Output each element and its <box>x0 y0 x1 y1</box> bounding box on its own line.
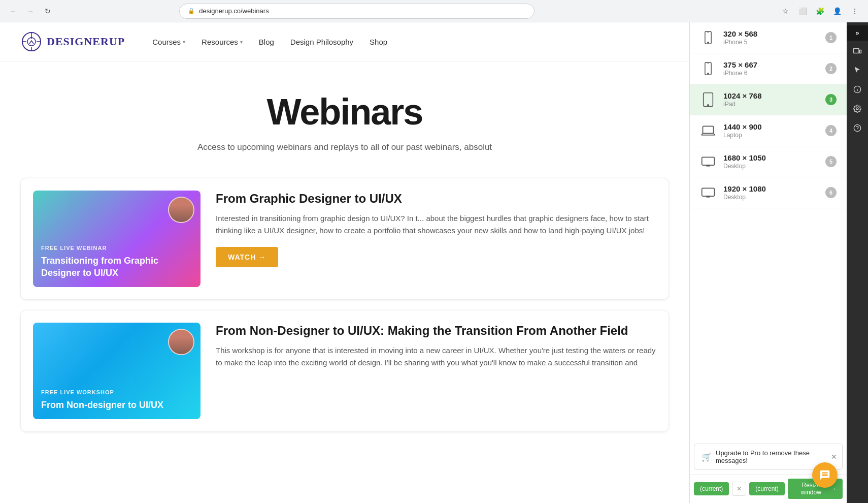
device-info-2: 1024 × 768iPad <box>723 91 818 108</box>
device-icon-1 <box>700 62 716 75</box>
device-item-ipad-2[interactable]: 1024 × 768iPad3 <box>690 84 847 115</box>
url-text: designerup.co/webinars <box>199 7 269 15</box>
device-name-4: Desktop <box>723 163 818 170</box>
device-info-3: 1440 × 900Laptop <box>723 122 818 139</box>
hero-subtitle: Access to upcoming webinars and replays … <box>167 142 522 152</box>
right-toolbar: » <box>847 22 868 503</box>
resize-current-button-1[interactable]: (current) <box>694 482 729 495</box>
device-size-3: 1440 × 900 <box>723 122 818 131</box>
device-badge-2: 3 <box>825 94 837 105</box>
device-icon-2 <box>700 92 716 107</box>
nav-design-philosophy[interactable]: Design Philosophy <box>283 34 360 50</box>
chat-bubble[interactable] <box>812 462 838 488</box>
star-button[interactable]: ☆ <box>779 4 793 18</box>
device-info-4: 1680 × 1050Desktop <box>723 153 818 170</box>
device-icon-0 <box>700 31 716 44</box>
device-item-iphone-5-0[interactable]: 320 × 568iPhone 51 <box>690 22 847 53</box>
info-toolbar-icon[interactable] <box>848 80 866 99</box>
device-icon-5 <box>700 187 716 198</box>
nav-courses[interactable]: Courses▾ <box>145 34 192 50</box>
page-wrapper: DESIGNERUP Courses▾ Resources▾ Blog Desi… <box>0 22 868 503</box>
device-size-0: 320 × 568 <box>723 29 818 38</box>
device-item-desktop-4[interactable]: 1680 × 1050Desktop5 <box>690 146 847 177</box>
device-size-2: 1024 × 768 <box>723 91 818 100</box>
device-badge-1: 2 <box>825 63 837 74</box>
cursor-toolbar-icon[interactable] <box>848 61 866 79</box>
responsive-panel: 320 × 568iPhone 51375 × 667iPhone 621024… <box>689 22 847 503</box>
resize-current-button-2[interactable]: (current) <box>749 482 784 495</box>
reload-button[interactable]: ↻ <box>41 4 55 18</box>
card-1-image-title: Transitioning from GraphicDesigner to UI… <box>41 255 192 279</box>
card-2-title: From Non-Designer to UI/UX: Making the T… <box>216 323 656 338</box>
device-name-2: iPad <box>723 101 818 108</box>
svg-point-6 <box>30 37 32 39</box>
svg-rect-22 <box>702 188 715 196</box>
card-1-badge: FREE LIVE WEBINAR <box>41 245 192 251</box>
help-toolbar-icon[interactable] <box>848 119 866 137</box>
svg-rect-25 <box>854 49 859 53</box>
device-info-0: 320 × 568iPhone 5 <box>723 29 818 46</box>
upgrade-text: Upgrade to Pro to remove these messages! <box>716 449 835 464</box>
card-2-desc: This workshop is for anyone that is inte… <box>216 344 656 369</box>
nav-shop[interactable]: Shop <box>362 34 394 50</box>
browser-actions: ☆ ⬜ 🧩 👤 ⋮ <box>779 4 862 18</box>
hero-title: Webinars <box>10 92 679 132</box>
menu-button[interactable]: ⋮ <box>848 4 862 18</box>
settings-toolbar-icon[interactable] <box>848 100 866 118</box>
browser-chrome: ← → ↻ 🔒 designerup.co/webinars ☆ ⬜ 🧩 👤 ⋮ <box>0 0 868 22</box>
card-1-image: FREE LIVE WEBINAR Transitioning from Gra… <box>33 191 201 287</box>
card-2-image-title: From Non-designer to UI/UX <box>41 399 192 411</box>
device-size-5: 1920 × 1080 <box>723 184 818 193</box>
website-content: DESIGNERUP Courses▾ Resources▾ Blog Desi… <box>0 22 689 503</box>
device-size-4: 1680 × 1050 <box>723 153 818 162</box>
responsive-toolbar-icon[interactable] <box>848 42 866 60</box>
card-1-avatar <box>168 197 194 223</box>
upgrade-close-button[interactable]: ✕ <box>831 453 837 461</box>
svg-point-9 <box>708 42 709 43</box>
hero-section: Webinars Access to upcoming webinars and… <box>0 61 689 168</box>
profile-button[interactable]: 👤 <box>830 4 845 18</box>
back-button[interactable]: ← <box>6 4 20 18</box>
card-1-title: From Graphic Designer to UI/UX <box>216 191 656 206</box>
card-1-image-bg: FREE LIVE WEBINAR Transitioning from Gra… <box>33 191 201 287</box>
device-item-laptop-3[interactable]: 1440 × 900Laptop4 <box>690 115 847 146</box>
device-badge-5: 6 <box>825 187 837 198</box>
svg-rect-15 <box>703 126 714 133</box>
device-badge-3: 4 <box>825 125 837 136</box>
address-bar[interactable]: 🔒 designerup.co/webinars <box>179 4 535 19</box>
svg-point-30 <box>856 108 858 110</box>
forward-button[interactable]: → <box>23 4 38 18</box>
logo-icon <box>20 30 43 53</box>
svg-point-1 <box>27 38 36 46</box>
screen-cast-button[interactable]: ⬜ <box>796 4 810 18</box>
logo-text: DESIGNERUP <box>47 35 125 48</box>
card-2-content: From Non-Designer to UI/UX: Making the T… <box>216 323 656 379</box>
svg-point-12 <box>708 73 709 74</box>
card-2-image-bg: FREE LIVE WORKSHOP From Non-designer to … <box>33 323 201 419</box>
device-list: 320 × 568iPhone 51375 × 667iPhone 621024… <box>690 22 847 439</box>
device-item-desktop-5[interactable]: 1920 × 1080Desktop6 <box>690 177 847 208</box>
toolbar-expand-button[interactable]: » <box>847 25 868 41</box>
resize-x-button[interactable]: ✕ <box>732 482 746 496</box>
site-nav: DESIGNERUP Courses▾ Resources▾ Blog Desi… <box>0 22 689 61</box>
card-2-avatar <box>168 329 194 355</box>
device-icon-3 <box>700 125 716 136</box>
card-1-content: From Graphic Designer to UI/UX Intereste… <box>216 191 656 267</box>
extensions-button[interactable]: 🧩 <box>813 4 827 18</box>
browser-nav-buttons: ← → ↻ <box>6 4 55 18</box>
device-name-1: iPhone 6 <box>723 70 818 77</box>
card-2-image: FREE LIVE WORKSHOP From Non-designer to … <box>33 323 201 419</box>
card-1-watch-button[interactable]: WATCH → <box>216 247 278 267</box>
logo-link[interactable]: DESIGNERUP <box>20 30 125 53</box>
nav-blog[interactable]: Blog <box>252 34 281 50</box>
device-item-iphone-6-1[interactable]: 375 × 667iPhone 62 <box>690 53 847 84</box>
svg-rect-26 <box>860 50 861 53</box>
device-icon-4 <box>700 156 716 167</box>
cart-icon: 🛒 <box>702 452 712 462</box>
resize-window-arrow: → <box>830 485 837 492</box>
device-info-5: 1920 × 1080Desktop <box>723 184 818 201</box>
device-name-0: iPhone 5 <box>723 39 818 46</box>
device-size-1: 375 × 667 <box>723 60 818 69</box>
webinar-card-1: FREE LIVE WEBINAR Transitioning from Gra… <box>20 178 669 300</box>
nav-resources[interactable]: Resources▾ <box>194 34 250 50</box>
